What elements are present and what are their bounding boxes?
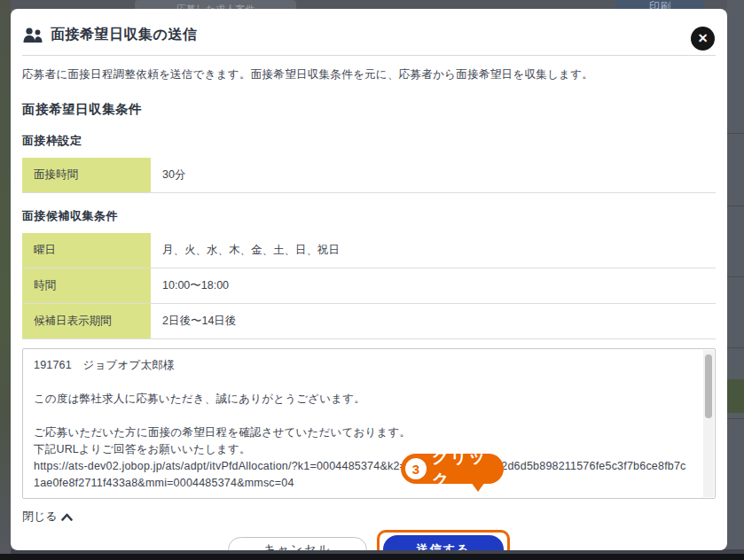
- background-row-line: [727, 206, 744, 206]
- table-row: 時間 10:00〜18:00: [22, 268, 716, 304]
- click-callout-badge: 3 クリック: [401, 454, 504, 484]
- modal-description: 応募者に面接日程調整依頼を送信できます。面接希望日収集条件を元に、応募者から面接…: [22, 67, 716, 82]
- row-label: 候補日表示期間: [22, 304, 151, 338]
- row-value: 月、火、水、木、金、土、日、祝日: [151, 233, 716, 268]
- background-row-line: [727, 276, 744, 277]
- close-icon[interactable]: ✕: [691, 27, 715, 51]
- candidate-conditions-table: 曜日 月、火、水、木、金、土、日、祝日 時間 10:00〜18:00 候補日表示…: [22, 233, 716, 339]
- callout-label: クリック: [432, 446, 504, 492]
- background-bottom-bar: [0, 554, 744, 560]
- submit-button[interactable]: 送信する: [383, 535, 504, 550]
- interview-slot-table: 面接時間 30分: [22, 158, 716, 193]
- background-left-strip: [0, 0, 11, 560]
- table-row: 候補日表示期間 2日後〜14日後: [22, 304, 716, 339]
- section-title: 面接希望日収集条件: [22, 101, 716, 118]
- modal-title: 面接希望日収集の送信: [51, 26, 197, 44]
- background-tab: 応募した求人案件: [135, 0, 296, 9]
- row-label: 時間: [22, 268, 151, 303]
- people-icon: [22, 27, 43, 43]
- table-row: 曜日 月、火、水、木、金、土、日、祝日: [22, 233, 716, 268]
- scrollbar-thumb[interactable]: [705, 354, 712, 418]
- row-label: 面接時間: [22, 158, 151, 192]
- background-row-line: [727, 418, 744, 419]
- background-row-line: [727, 133, 744, 134]
- background-right-strip: [727, 0, 744, 560]
- interview-date-collection-modal: 面接希望日収集の送信 ✕ 応募者に面接日程調整依頼を送信できます。面接希望日収集…: [11, 9, 727, 550]
- row-value: 10:00〜18:00: [151, 268, 716, 303]
- row-label: 曜日: [22, 233, 151, 268]
- group-heading-interview-slot: 面接枠設定: [22, 133, 716, 149]
- row-value: 2日後〜14日後: [151, 304, 716, 338]
- callout-tail: [471, 482, 485, 492]
- modal-header: 面接希望日収集の送信 ✕: [22, 9, 716, 44]
- submit-highlight-ring: 送信する: [377, 530, 510, 550]
- row-value: 30分: [151, 158, 716, 192]
- group-heading-candidate-conditions: 面接候補収集条件: [22, 208, 716, 224]
- cancel-button[interactable]: キャンセル: [228, 537, 367, 551]
- collapse-link[interactable]: 閉じる: [22, 509, 73, 525]
- modal-footer: キャンセル 送信する: [22, 530, 716, 550]
- background-row-line: [727, 347, 744, 348]
- message-preview-text: 191761 ジョブオプ太郎様 この度は弊社求人に応募いただき、誠にありがとうご…: [23, 349, 715, 499]
- callout-step-number: 3: [405, 458, 427, 479]
- message-preview-box[interactable]: 191761 ジョブオプ太郎様 この度は弊社求人に応募いただき、誠にありがとうご…: [22, 348, 716, 499]
- background-green-band: [727, 379, 744, 413]
- message-scrollbar[interactable]: [703, 350, 714, 497]
- header-divider: [22, 55, 716, 56]
- chevron-up-icon: [61, 513, 73, 521]
- table-row: 面接時間 30分: [22, 158, 716, 193]
- collapse-label: 閉じる: [22, 509, 58, 525]
